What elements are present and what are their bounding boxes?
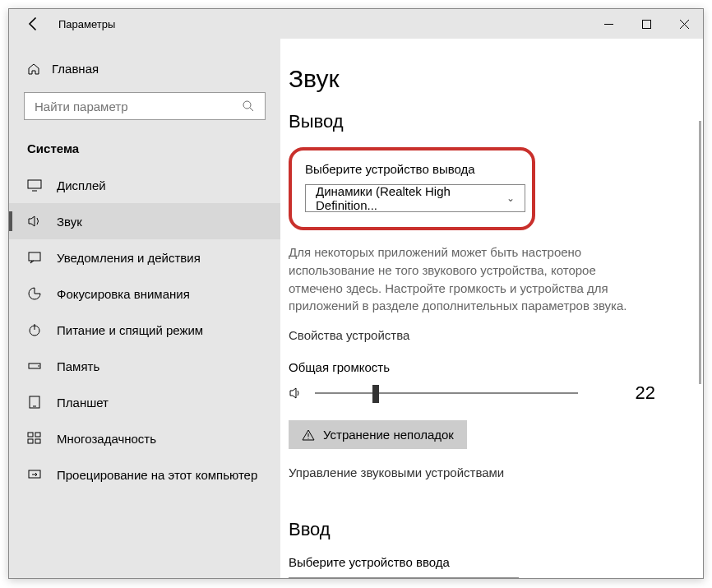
sidebar-item-label: Планшет [57, 396, 109, 410]
storage-icon [27, 359, 42, 373]
close-icon [680, 20, 689, 29]
troubleshoot-label: Устранение неполадок [323, 428, 454, 442]
multitask-icon [27, 431, 42, 446]
sidebar-item-label: Фокусировка внимания [57, 287, 190, 301]
minimize-icon [604, 20, 613, 29]
close-button[interactable] [665, 9, 703, 39]
svg-rect-16 [35, 433, 40, 437]
chevron-down-icon: ⌄ [506, 192, 515, 204]
projecting-icon [27, 467, 42, 482]
focus-icon [27, 286, 42, 301]
output-device-dropdown[interactable]: Динамики (Realtek High Definition... ⌄ [305, 184, 525, 212]
sidebar-item-sound[interactable]: Звук [9, 203, 280, 239]
svg-point-4 [243, 101, 251, 109]
search-icon [242, 100, 255, 113]
sidebar-item-focus[interactable]: Фокусировка внимания [9, 275, 280, 312]
sidebar-item-label: Проецирование на этот компьютер [57, 468, 257, 482]
back-button[interactable] [25, 16, 42, 32]
search-input[interactable] [35, 100, 242, 113]
speaker-icon [289, 386, 303, 400]
power-icon [27, 322, 42, 337]
sidebar-item-display[interactable]: Дисплей [9, 167, 280, 203]
sidebar-item-label: Дисплей [57, 178, 106, 192]
svg-line-5 [250, 108, 253, 111]
svg-rect-17 [28, 439, 33, 443]
scrollbar[interactable] [699, 121, 701, 384]
output-section-title: Вывод [289, 111, 663, 132]
volume-row: 22 [289, 382, 663, 404]
sidebar-item-notifications[interactable]: Уведомления и действия [9, 239, 280, 275]
output-description: Для некоторых приложений может быть наст… [289, 243, 650, 315]
notifications-icon [27, 250, 42, 265]
output-device-callout: Выберите устройство вывода Динамики (Rea… [289, 147, 535, 230]
sidebar-item-label: Питание и спящий режим [57, 323, 203, 337]
svg-point-21 [307, 438, 308, 438]
output-select-label: Выберите устройство вывода [305, 162, 519, 176]
input-device-dropdown[interactable]: Стерео микшер (Realtek High Defin... ⌄ [289, 577, 519, 578]
search-input-wrap[interactable] [24, 92, 266, 120]
sidebar-item-storage[interactable]: Память [9, 348, 280, 384]
home-link[interactable]: Главная [9, 55, 280, 82]
svg-rect-15 [28, 433, 33, 437]
sidebar-item-projecting[interactable]: Проецирование на этот компьютер [9, 456, 280, 493]
output-device-value: Динамики (Realtek High Definition... [316, 184, 506, 212]
svg-rect-6 [28, 180, 41, 188]
sidebar-item-multitask[interactable]: Многозадачность [9, 420, 280, 456]
sidebar-item-power[interactable]: Питание и спящий режим [9, 312, 280, 348]
display-icon [27, 178, 42, 192]
device-properties-link[interactable]: Свойства устройства [289, 328, 663, 342]
sidebar-item-label: Многозадачность [57, 432, 156, 446]
volume-value: 22 [636, 382, 655, 404]
settings-window: Параметры Главная Система [8, 8, 704, 579]
sidebar-item-tablet[interactable]: Планшет [9, 384, 280, 420]
volume-label: Общая громкость [289, 360, 663, 374]
maximize-button[interactable] [627, 9, 665, 39]
sidebar: Главная Система Дисплей Звук [9, 39, 280, 578]
svg-point-12 [38, 365, 39, 367]
warning-icon [302, 428, 315, 442]
svg-rect-1 [642, 20, 650, 28]
input-select-label: Выберите устройство ввода [289, 555, 663, 569]
svg-rect-18 [35, 439, 40, 443]
window-title: Параметры [58, 18, 115, 30]
minimize-button[interactable] [589, 9, 627, 39]
input-device-value: Стерео микшер (Realtek High Defin... [299, 577, 500, 578]
maximize-icon [642, 20, 651, 29]
input-section-title: Ввод [289, 519, 663, 540]
arrow-left-icon [25, 16, 42, 32]
volume-slider[interactable] [315, 392, 578, 394]
tablet-icon [27, 395, 42, 410]
manage-devices-link[interactable]: Управление звуковыми устройствами [289, 465, 663, 479]
sidebar-item-label: Звук [57, 215, 82, 229]
sidebar-item-label: Уведомления и действия [57, 251, 201, 265]
main-content: Звук Вывод Выберите устройство вывода Ди… [280, 39, 703, 578]
titlebar: Параметры [9, 9, 703, 39]
sound-icon [27, 214, 42, 229]
svg-rect-8 [29, 252, 40, 261]
sidebar-item-label: Память [57, 359, 99, 373]
slider-thumb[interactable] [372, 385, 379, 403]
home-icon [27, 63, 40, 76]
page-title: Звук [289, 65, 663, 93]
home-label: Главная [52, 62, 99, 76]
troubleshoot-button[interactable]: Устранение неполадок [289, 420, 467, 449]
sidebar-category: Система [9, 135, 280, 167]
